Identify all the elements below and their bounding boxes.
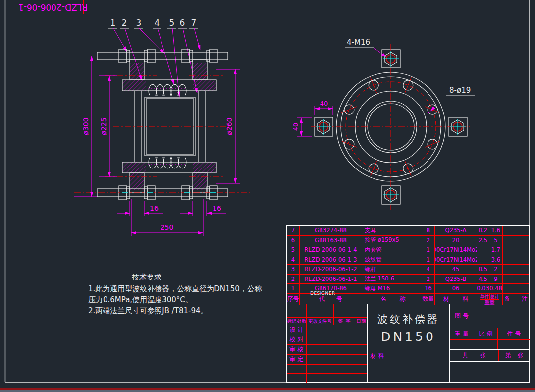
bom-header-weight-char1: 重 bbox=[484, 300, 490, 305]
sign-row-review: 审 核 bbox=[287, 345, 367, 355]
bom-seq: 1 bbox=[287, 284, 300, 293]
sheets-total-label: 共 bbox=[462, 351, 468, 360]
sheet-no-cell: 第 张 bbox=[499, 350, 530, 361]
bom-qty: 8 bbox=[422, 226, 435, 235]
bom-header-unit-weight: 单件 bbox=[480, 294, 490, 299]
cad-viewport: RLZD-2006-06-1 1 2 3 4 5 6 7 bbox=[0, 0, 535, 392]
balloon-2: 2 bbox=[122, 18, 127, 28]
designer-note: DESIGNER bbox=[310, 291, 335, 296]
dim-16-left: 16 bbox=[150, 204, 159, 212]
bom-code: RLZD-2006-06-1-1 bbox=[300, 275, 362, 284]
bom-name: 法兰 150-6 bbox=[362, 275, 422, 284]
bom-name: 螺杆 bbox=[362, 265, 422, 274]
bom-material: 45 bbox=[435, 265, 477, 274]
bom-seq: 6 bbox=[287, 236, 300, 245]
bom-header-remark: 备 注 bbox=[503, 294, 529, 305]
bom-code: RLZD-2006-06-1-3 bbox=[300, 255, 362, 265]
flange-dim-labels: 40 40 bbox=[292, 100, 328, 131]
rev-count-label: 处数 bbox=[297, 318, 307, 325]
sign-row-approve: 审 定 bbox=[287, 355, 367, 365]
bom-code: GB8163-88 bbox=[300, 236, 362, 245]
bom-name: 支耳 bbox=[362, 226, 422, 235]
window-bottom-edge bbox=[0, 389, 535, 392]
bom-remark bbox=[503, 245, 529, 255]
weight-label: 重 量 bbox=[450, 328, 474, 339]
tech-req-line2: 压力0.6MPa,使用温度300°C。 bbox=[88, 294, 291, 305]
bom-unit-weight: 4.5 bbox=[477, 275, 489, 284]
revision-empty-row bbox=[287, 374, 367, 383]
bom-name: 接管 ø159x5 bbox=[362, 236, 422, 245]
bom-seq: 3 bbox=[287, 265, 300, 274]
weight-scale-row: 重 量 比 例 件 号 bbox=[450, 328, 530, 340]
bom-unit-weight: 2.5 bbox=[477, 236, 489, 245]
tech-req-line1: 1.此为通用型波纹补偿器，公称直径为DN150，公称 bbox=[88, 283, 291, 294]
balloon-numbers: 1 2 3 4 5 6 7 bbox=[110, 18, 197, 28]
bom-qty: 4 bbox=[422, 265, 435, 274]
bom-row: 5 RLZD-2006-06-1-4 内套管 1 00Cr17Ni14Mo2 1… bbox=[287, 245, 529, 255]
bom-remark bbox=[503, 265, 529, 274]
rev-docno-label: 更改文件号 bbox=[307, 318, 334, 325]
dim-d225: ø225 bbox=[100, 117, 107, 135]
balloon-5: 5 bbox=[169, 18, 175, 28]
tech-req-title: 技术要求 bbox=[132, 272, 291, 282]
bom-remark bbox=[503, 255, 529, 265]
bom-header-name: 名 称 bbox=[362, 294, 422, 305]
callout-8-d19: 8-ø19 bbox=[449, 86, 471, 95]
bom-seq: 4 bbox=[287, 255, 300, 265]
check-label: 校 对 bbox=[287, 335, 307, 344]
sheets-row: 共 张 第 张 bbox=[450, 350, 530, 362]
bom-row: 7 GB3274-88 支耳 8 Q235-A 0.2 1.6 bbox=[287, 226, 529, 236]
revision-empty-row bbox=[287, 365, 367, 374]
bom-material: 00Cr17Ni14Mo2 bbox=[435, 245, 477, 255]
bom-unit-weight bbox=[477, 255, 489, 265]
bom-material: Q235-B bbox=[435, 275, 477, 284]
revision-empty-row bbox=[287, 311, 367, 318]
part-no-label: 件 号 bbox=[498, 328, 530, 339]
review-label: 审 核 bbox=[287, 345, 307, 354]
bom-seq: 7 bbox=[287, 226, 300, 235]
bom-name: 内套管 bbox=[362, 245, 422, 255]
rev-date-label: 日期 bbox=[355, 318, 367, 325]
bom-remark bbox=[503, 236, 529, 245]
docref-label: RLZD-2006-06-1 bbox=[18, 2, 88, 12]
flange-centerlines bbox=[311, 44, 472, 210]
bom-qty: 2 bbox=[422, 275, 435, 284]
rev-sign-label: 签 字 bbox=[334, 318, 355, 325]
dim-d260: ø260 bbox=[225, 117, 233, 135]
bom-remark bbox=[503, 284, 529, 293]
revision-empty-row bbox=[287, 304, 367, 311]
material-label: 材 料 bbox=[368, 350, 387, 362]
bom-seq: 2 bbox=[287, 275, 300, 284]
bom-material: 00Cr17Ni14Mo2 bbox=[435, 255, 477, 265]
bom-header-weight-char2: 量 bbox=[490, 300, 495, 305]
sign-row-check: 校 对 bbox=[287, 335, 367, 345]
sheets-total-unit: 张 bbox=[480, 351, 486, 360]
bom-seq: 5 bbox=[287, 245, 300, 255]
dim-40-h: 40 bbox=[320, 100, 328, 107]
sign-row-design: 设 计 bbox=[287, 325, 367, 335]
bom-qty: 1 bbox=[422, 245, 435, 255]
balloon-7: 7 bbox=[191, 18, 197, 28]
revision-header-row: 标记 处数 更改文件号 签 字 日期 bbox=[287, 318, 367, 325]
bom-unit-weight: 0.2 bbox=[477, 226, 489, 235]
bom-code: RLZD-2006-06-1-4 bbox=[300, 245, 362, 255]
dim-16-right: 16 bbox=[213, 204, 221, 212]
bom-qty: 2 bbox=[422, 236, 435, 245]
docref-box: RLZD-2006-06-1 bbox=[5, 0, 88, 14]
bom-total-weight: 1.7 bbox=[489, 245, 503, 255]
product-model: DN150 bbox=[368, 330, 449, 344]
drawing-info-panel: 图 号 重 量 比 例 件 号 共 张 第 张 bbox=[449, 304, 530, 382]
bom-qty: 16 bbox=[422, 284, 435, 293]
bom-table: 7 GB3274-88 支耳 8 Q235-A 0.2 1.6 6 GB8163… bbox=[286, 225, 530, 304]
drawing-no-value bbox=[474, 304, 530, 328]
bom-name: 波纹管 bbox=[362, 255, 422, 265]
empty-value-row bbox=[450, 340, 530, 350]
bom-header-total-weight: 总计 bbox=[490, 294, 499, 299]
bom-remark bbox=[503, 275, 529, 284]
dim-250: 250 bbox=[160, 224, 174, 231]
approve-label: 审 定 bbox=[287, 355, 307, 364]
bom-header-weight: 单件总计 重量 bbox=[477, 294, 503, 305]
balloon-4: 4 bbox=[155, 18, 160, 28]
bom-total-weight: 5 bbox=[489, 236, 503, 245]
bom-total-weight: 3.6 bbox=[489, 255, 503, 265]
